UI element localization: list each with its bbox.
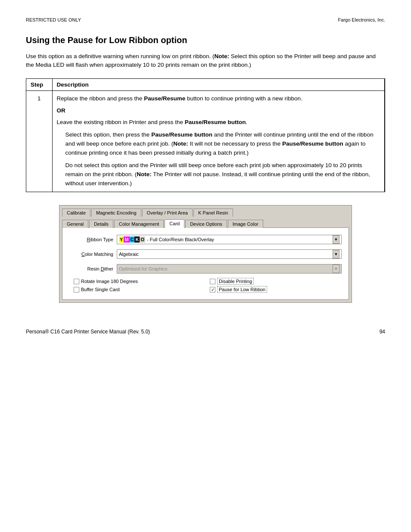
ribbon-type-label: Ribbon Type — [69, 237, 117, 242]
rotate-image-checkbox[interactable] — [74, 279, 79, 284]
page-header: RESTRICTED USE ONLY Fargo Electronics, I… — [26, 17, 385, 22]
dialog-screenshot: Calibrate Magnetic Encoding Overlay / Pr… — [59, 205, 352, 303]
header-right: Fargo Electronics, Inc. — [338, 17, 385, 22]
ribbon-type-row: Ribbon Type YMCKO - Full Color/Resin Bla… — [69, 235, 342, 244]
header-left: RESTRICTED USE ONLY — [26, 17, 81, 22]
color-matching-arrow[interactable]: ▼ — [333, 250, 339, 258]
buffer-single-card-checkbox[interactable] — [74, 287, 79, 292]
tab-card[interactable]: Card — [165, 219, 184, 228]
step-description: Replace the ribbon and press the Pause/R… — [52, 90, 385, 192]
page-title: Using the Pause for Low Ribbon option — [26, 35, 385, 45]
rotate-image-label: Rotate Image 180 Degrees — [81, 279, 138, 284]
color-matching-value: Algebraic — [119, 252, 139, 257]
color-matching-row: Color Matching Algebraic ▼ — [69, 249, 342, 259]
tab-details[interactable]: Details — [89, 220, 113, 228]
ymcko-label: YMCKO — [119, 236, 145, 243]
dialog-tabs-row2: General Details Color Management Card De… — [59, 216, 352, 227]
tab-device-options[interactable]: Device Options — [185, 220, 227, 228]
tab-magnetic-encoding[interactable]: Magnetic Encoding — [91, 208, 141, 217]
c-box: C — [130, 236, 135, 243]
tab-calibrate[interactable]: Calibrate — [62, 208, 90, 217]
tab-color-management[interactable]: Color Management — [114, 220, 164, 228]
tab-image-color[interactable]: Image Color — [228, 220, 263, 228]
color-matching-label: Color Matching — [69, 252, 117, 257]
resin-dither-arrow[interactable]: ▼ — [333, 264, 339, 273]
ribbon-type-select[interactable]: YMCKO - Full Color/Resin Black/Overlay ▼ — [117, 235, 342, 244]
m-box: M — [124, 236, 129, 243]
buffer-single-card-checkbox-row: Buffer Single Card — [74, 287, 206, 292]
resin-dither-value: Optimized for Graphics — [119, 266, 167, 271]
tab-overlay-print-area[interactable]: Overlay / Print Area — [142, 208, 193, 217]
ribbon-type-arrow[interactable]: ▼ — [333, 235, 339, 244]
color-matching-select[interactable]: Algebraic ▼ — [117, 249, 342, 259]
rotate-image-checkbox-row: Rotate Image 180 Degrees — [74, 279, 206, 284]
resin-dither-label: Resin Dither — [69, 266, 117, 271]
page-footer: Persona® C16 Card Printer Service Manual… — [26, 329, 385, 335]
pause-low-ribbon-label: Pause for Low Ribbon — [217, 287, 267, 292]
disable-printing-label: Disable Printing — [217, 279, 254, 284]
buffer-single-card-label: Buffer Single Card — [81, 287, 120, 292]
dialog-tabs-row1: Calibrate Magnetic Encoding Overlay / Pr… — [59, 205, 352, 216]
col-desc-header: Description — [52, 79, 385, 91]
disable-printing-checkbox[interactable] — [210, 279, 215, 284]
col-step-header: Step — [26, 79, 52, 91]
dialog-content: Ribbon Type YMCKO - Full Color/Resin Bla… — [62, 227, 349, 300]
o-box: O — [140, 236, 145, 243]
instruction-table: Step Description 1 Replace the ribbon an… — [26, 78, 385, 192]
pause-low-ribbon-checkbox[interactable] — [210, 287, 215, 292]
table-row: 1 Replace the ribbon and press the Pause… — [26, 90, 385, 192]
disable-printing-checkbox-row: Disable Printing — [210, 279, 342, 284]
checkbox-group: Rotate Image 180 Degrees Disable Printin… — [69, 279, 342, 292]
footer-left: Persona® C16 Card Printer Service Manual… — [26, 329, 150, 335]
resin-dither-select[interactable]: Optimized for Graphics ▼ — [117, 264, 342, 274]
intro-text: Use this option as a definitive warning … — [26, 52, 385, 70]
y-box: Y — [119, 236, 124, 243]
step-number: 1 — [26, 90, 52, 192]
tab-k-panel-resin[interactable]: K Panel Resin — [193, 208, 233, 217]
resin-dither-row: Resin Dither Optimized for Graphics ▼ — [69, 264, 342, 274]
ribbon-type-value: - Full Color/Resin Black/Overlay — [147, 237, 214, 242]
footer-right: 94 — [380, 329, 385, 335]
k-box: K — [134, 236, 140, 243]
pause-low-ribbon-checkbox-row: Pause for Low Ribbon — [210, 287, 342, 292]
tab-general[interactable]: General — [62, 220, 88, 228]
